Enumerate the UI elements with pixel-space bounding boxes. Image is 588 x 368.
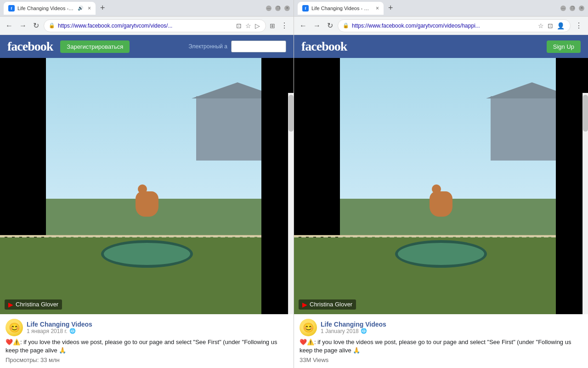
- left-register-btn[interactable]: Зарегистрироваться: [60, 40, 130, 53]
- right-post-header: 😊 Life Changing Videos 1 January 2018 🌐: [300, 319, 582, 336]
- left-globe-icon: 🌐: [69, 328, 76, 334]
- right-address-bar: ← → ↻ 🔒 https://www.facebook.com/garytvc…: [294, 17, 588, 35]
- right-url-text: https://www.facebook.com/garytvcom/video…: [352, 23, 534, 29]
- right-video-area[interactable]: ▶ Christina Glover: [294, 58, 588, 314]
- left-cast-icon[interactable]: ⊡: [235, 21, 243, 30]
- left-minimize-btn[interactable]: —: [266, 6, 271, 11]
- left-tab-audio-icon: 🔊: [78, 6, 83, 11]
- right-post-page-name[interactable]: Life Changing Videos: [321, 321, 386, 328]
- right-addr-icons: ☆ ⊡ 👤: [537, 21, 565, 30]
- left-maximize-btn[interactable]: ❐: [275, 6, 281, 11]
- right-refresh-btn[interactable]: ↻: [325, 19, 335, 32]
- left-media-icon[interactable]: ▷: [254, 21, 261, 30]
- left-scene: [0, 58, 294, 314]
- right-scrollbar[interactable]: [582, 93, 588, 314]
- left-post-header: 😊 Life Changing Videos 1 января 2018 г. …: [6, 319, 288, 336]
- right-post-meta: Life Changing Videos 1 January 2018 🌐: [321, 321, 386, 334]
- left-close-btn[interactable]: ✕: [284, 6, 290, 11]
- right-forward-btn[interactable]: →: [311, 20, 322, 32]
- right-video-credit: Christina Glover: [310, 301, 352, 308]
- left-dog: [136, 191, 158, 217]
- left-tab-fb-icon: f: [8, 5, 15, 12]
- left-refresh-btn[interactable]: ↻: [31, 19, 41, 32]
- left-title-bar: f Life Changing Videos - Happ 🔊 × + — ❐ …: [0, 0, 294, 17]
- right-browser: f Life Changing Videos - Happ × + — ❐ ✕ …: [294, 0, 588, 368]
- left-scrollbar[interactable]: [288, 93, 294, 314]
- right-back-btn[interactable]: ←: [298, 20, 309, 32]
- right-close-btn[interactable]: ✕: [579, 6, 584, 11]
- left-tab-close-btn[interactable]: ×: [88, 5, 91, 12]
- left-email-input[interactable]: [231, 40, 286, 52]
- left-url-text: https://www.facebook.com/garytvcom/video…: [58, 23, 232, 29]
- left-trampoline: [101, 240, 193, 268]
- left-url-bar[interactable]: 🔒 https://www.facebook.com/garytvcom/vid…: [44, 19, 266, 32]
- right-scene: [294, 58, 588, 314]
- left-tab-area: f Life Changing Videos - Happ 🔊 × +: [4, 2, 266, 15]
- left-video-overlay: ▶ Christina Glover: [5, 299, 62, 310]
- left-email-label: Электронный а: [188, 43, 227, 50]
- left-extension-icon[interactable]: ⊞: [269, 21, 276, 30]
- left-yt-icon: ▶: [8, 301, 13, 308]
- right-post-stats: 33M Views: [300, 356, 582, 363]
- right-signup-btn[interactable]: Sign Up: [547, 40, 581, 53]
- right-post-area: 😊 Life Changing Videos 1 January 2018 🌐 …: [294, 314, 588, 368]
- right-url-bar[interactable]: 🔒 https://www.facebook.com/garytvcom/vid…: [338, 19, 571, 32]
- right-tab-fb-icon: f: [302, 5, 309, 12]
- left-new-tab-btn[interactable]: +: [97, 3, 108, 13]
- left-fb-header: facebook Зарегистрироваться Электронный …: [0, 35, 294, 58]
- left-post-area: 😊 Life Changing Videos 1 января 2018 г. …: [0, 314, 294, 368]
- left-tab-label: Life Changing Videos - Happ: [17, 6, 75, 11]
- left-fb-logo: facebook: [7, 39, 53, 54]
- right-lock-icon: 🔒: [343, 23, 349, 29]
- right-tab-close-btn[interactable]: ×: [376, 5, 379, 12]
- right-active-tab[interactable]: f Life Changing Videos - Happ ×: [298, 2, 384, 15]
- left-forward-btn[interactable]: →: [17, 20, 28, 32]
- left-fb-page: facebook Зарегистрироваться Электронный …: [0, 35, 294, 368]
- left-post-text: ❤️⚠️: if you love the videos we post, pl…: [6, 338, 288, 355]
- left-scrollbar-thumb: [288, 95, 294, 132]
- right-scrollbar-thumb: [583, 95, 588, 132]
- right-fb-header: facebook Sign Up: [294, 35, 588, 58]
- right-post-avatar: 😊: [300, 319, 317, 336]
- left-address-bar: ← → ↻ 🔒 https://www.facebook.com/garytvc…: [0, 17, 294, 35]
- left-post-page-name[interactable]: Life Changing Videos: [27, 321, 92, 328]
- left-post-meta: Life Changing Videos 1 января 2018 г. 🌐: [27, 321, 92, 334]
- right-globe-icon: 🌐: [361, 328, 367, 334]
- left-bookmark-icon[interactable]: ☆: [244, 21, 252, 30]
- right-tab-label: Life Changing Videos - Happ: [311, 6, 371, 11]
- right-fb-header-right: Sign Up: [547, 40, 581, 53]
- right-title-bar: f Life Changing Videos - Happ × + — ❐ ✕: [294, 0, 588, 17]
- right-video-bg: ▶ Christina Glover: [294, 58, 588, 314]
- right-profile-icon[interactable]: 👤: [556, 21, 565, 30]
- left-post-date: 1 января 2018 г. 🌐: [27, 328, 92, 334]
- left-fb-header-right: Электронный а: [188, 40, 286, 52]
- left-back-btn[interactable]: ←: [4, 20, 15, 32]
- right-window-controls: — ❐ ✕: [560, 6, 584, 11]
- right-fb-logo: facebook: [301, 39, 347, 54]
- left-video-credit: Christina Glover: [16, 301, 58, 308]
- right-bookmark-icon[interactable]: ☆: [537, 21, 545, 30]
- right-dog: [430, 191, 452, 217]
- right-video-overlay: ▶ Christina Glover: [299, 299, 356, 310]
- left-menu-dots[interactable]: ⋮: [279, 19, 290, 32]
- right-post-text: ❤️⚠️: if you love the videos we post, pl…: [300, 338, 582, 355]
- left-video-bg: ▶ Christina Glover: [0, 58, 294, 314]
- right-new-tab-btn[interactable]: +: [385, 3, 396, 13]
- left-lock-icon: 🔒: [49, 23, 55, 29]
- left-post-avatar: 😊: [6, 319, 23, 336]
- right-fb-page: facebook Sign Up: [294, 35, 588, 368]
- right-tab-area: f Life Changing Videos - Happ × +: [298, 2, 560, 15]
- right-menu-dots[interactable]: ⋮: [573, 19, 584, 32]
- right-yt-icon: ▶: [302, 301, 307, 308]
- right-minimize-btn[interactable]: —: [560, 6, 566, 11]
- right-maximize-btn[interactable]: ❐: [570, 6, 575, 11]
- left-active-tab[interactable]: f Life Changing Videos - Happ 🔊 ×: [4, 2, 96, 15]
- right-extensions-icon[interactable]: ⊡: [547, 21, 554, 30]
- left-browser: f Life Changing Videos - Happ 🔊 × + — ❐ …: [0, 0, 294, 368]
- left-addr-icons: ⊡ ☆ ▷: [235, 21, 261, 30]
- left-video-area[interactable]: ▶ Christina Glover: [0, 58, 294, 314]
- right-trampoline: [395, 240, 487, 268]
- left-window-controls: — ❐ ✕: [266, 6, 290, 11]
- left-post-stats: Просмотры: 33 млн: [6, 356, 288, 363]
- right-post-date: 1 January 2018 🌐: [321, 328, 386, 334]
